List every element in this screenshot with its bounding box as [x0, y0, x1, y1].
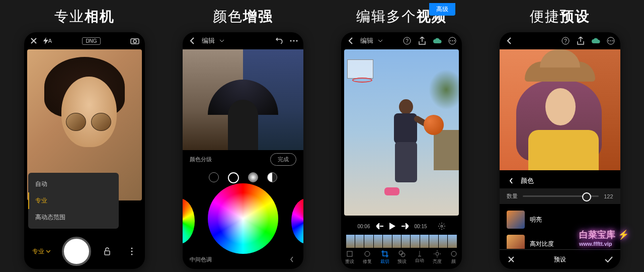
edit-label[interactable]: 编辑 — [360, 36, 373, 45]
shutter-button[interactable] — [62, 237, 91, 266]
play-button[interactable] — [389, 223, 395, 230]
undo-icon[interactable] — [275, 36, 284, 45]
svg-point-1 — [133, 40, 136, 43]
tool-reset[interactable]: 重设 — [345, 250, 354, 265]
tone-shadows[interactable] — [209, 172, 219, 182]
time-total: 00:15 — [415, 224, 427, 229]
svg-point-17 — [365, 251, 370, 256]
more-icon[interactable] — [606, 36, 615, 45]
more-icon[interactable] — [123, 247, 136, 256]
back-icon[interactable] — [346, 36, 355, 45]
preset-contrast[interactable]: 高对比度 — [500, 232, 620, 249]
svg-point-8 — [296, 40, 297, 42]
done-button[interactable]: 完成 — [270, 153, 296, 166]
color-wheel-next[interactable] — [291, 198, 303, 244]
phone-video: 编辑 ? — [341, 32, 462, 269]
preset-thumb — [507, 235, 525, 249]
svg-point-5 — [131, 254, 133, 255]
tool-light[interactable]: 亮度 — [433, 250, 442, 265]
help-icon[interactable]: ? — [561, 36, 570, 45]
switch-camera-icon[interactable] — [130, 36, 139, 45]
tone-midtones[interactable] — [228, 172, 239, 183]
cancel-icon[interactable] — [507, 255, 516, 264]
help-icon[interactable]: ? — [403, 36, 412, 45]
tool-presets[interactable]: 预设 — [397, 250, 407, 265]
tool-heal[interactable]: 修复 — [363, 250, 372, 265]
tone-highlights[interactable] — [248, 172, 258, 182]
time-current: 00:06 — [357, 224, 370, 229]
more-icon[interactable] — [289, 36, 298, 45]
lock-icon[interactable] — [103, 247, 112, 256]
svg-point-25 — [608, 40, 609, 41]
phone-preset: ? 颜色 数量 1 — [500, 32, 620, 269]
share-icon[interactable] — [418, 36, 427, 45]
cloud-icon[interactable] — [591, 36, 600, 45]
video-preview — [344, 49, 459, 216]
share-icon[interactable] — [576, 36, 585, 45]
back-icon[interactable] — [188, 36, 197, 45]
preview-split — [500, 49, 620, 170]
svg-point-20 — [436, 252, 439, 255]
mode-auto[interactable]: 自动 — [28, 176, 119, 192]
close-icon[interactable] — [29, 36, 38, 45]
svg-point-14 — [454, 40, 455, 41]
tool-color[interactable]: 颜 — [450, 250, 457, 265]
back-icon[interactable] — [505, 36, 514, 45]
settings-icon[interactable] — [438, 223, 445, 230]
svg-point-12 — [450, 40, 451, 41]
amount-label: 数量 — [507, 192, 518, 200]
color-wheel[interactable] — [208, 183, 278, 254]
mode-hdr[interactable]: 高动态范围 — [28, 209, 119, 226]
midtone-label: 中间色调 — [190, 256, 212, 263]
amount-slider[interactable] — [523, 195, 599, 197]
mode-menu: 自动 专业 高动态范围 — [28, 173, 119, 229]
tool-crop[interactable]: 裁切 — [380, 250, 389, 265]
color-wheel-prev[interactable] — [183, 198, 195, 244]
format-badge[interactable]: DNG — [82, 37, 100, 45]
chevron-left-icon[interactable] — [287, 255, 296, 264]
tone-global[interactable] — [267, 172, 277, 182]
svg-point-3 — [131, 248, 133, 249]
back-icon[interactable] — [507, 176, 516, 185]
color-grading-label: 颜色分级 — [190, 156, 212, 163]
svg-rect-2 — [105, 251, 110, 255]
confirm-icon[interactable] — [604, 255, 613, 264]
panel-title-preset: 便捷预设 — [530, 7, 590, 26]
svg-point-6 — [290, 40, 291, 42]
preview-split — [183, 49, 303, 150]
premium-badge: 高级 — [429, 3, 455, 16]
mode-selector[interactable]: 专业 — [32, 247, 50, 256]
preset-bottom-label: 预设 — [554, 255, 566, 264]
edit-label[interactable]: 编辑 — [202, 36, 215, 45]
phone-camera: A DNG 自动 专业 高动态范围 — [24, 32, 145, 269]
preset-thumb — [507, 211, 525, 229]
color-header-label: 颜色 — [521, 176, 534, 185]
svg-point-7 — [293, 40, 294, 42]
mode-pro[interactable]: 专业 — [28, 192, 119, 209]
svg-point-13 — [452, 40, 453, 41]
svg-point-15 — [441, 225, 443, 227]
svg-text:?: ? — [406, 38, 409, 44]
video-timeline[interactable] — [346, 235, 457, 248]
panel-title-color: 颜色增强 — [213, 7, 273, 26]
cloud-icon[interactable] — [433, 36, 442, 45]
flash-icon[interactable]: A — [43, 36, 52, 45]
more-icon[interactable] — [448, 36, 457, 45]
next-frame-button[interactable] — [401, 223, 409, 229]
panel-title-camera: 专业相机 — [54, 7, 115, 26]
svg-point-4 — [131, 251, 133, 252]
tool-auto[interactable]: │自动 — [415, 251, 424, 264]
phone-color: 编辑 颜色分级 完成 — [183, 32, 303, 269]
svg-point-21 — [451, 251, 456, 256]
svg-point-26 — [610, 40, 611, 41]
svg-point-27 — [612, 40, 613, 41]
amount-value: 122 — [604, 193, 613, 199]
prev-frame-button[interactable] — [376, 223, 383, 229]
svg-rect-16 — [347, 251, 352, 256]
svg-text:?: ? — [564, 38, 567, 44]
preset-bright[interactable]: 明亮 — [500, 208, 620, 232]
